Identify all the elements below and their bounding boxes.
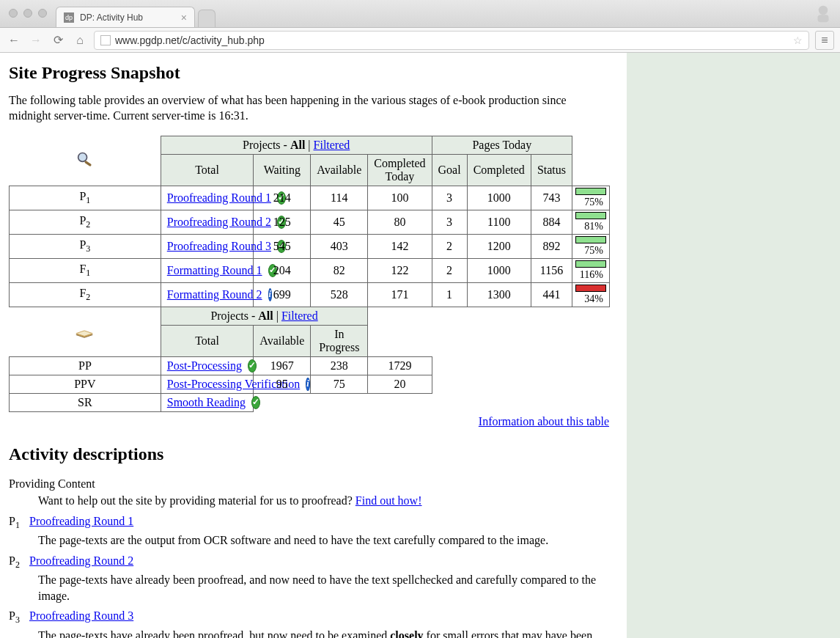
round-link[interactable]: Smooth Reading [167,396,246,409]
providing-content-label: Providing Content [9,476,618,492]
p2-link[interactable]: Proofreading Round 2 [29,554,133,567]
progress-pct: 75% [575,245,606,257]
zoom-window-icon[interactable] [38,9,47,18]
round-label-cell: Formatting Round 1✓ [161,258,254,282]
table-row: F1Formatting Round 1✓2048212221000115611… [10,258,610,282]
window-traffic-lights[interactable] [9,9,47,18]
progress-bar-icon [575,260,606,268]
table-row: P1Proofreading Round 1✓21411410031000743… [10,186,610,210]
cell-status: 81% [572,210,610,234]
round-link[interactable]: Proofreading Round 2 [167,216,271,229]
home-button[interactable]: ⌂ [72,32,88,48]
cell-available: 100 [368,186,432,210]
cell-waiting: 82 [311,258,368,282]
cell-available: 238 [311,356,368,375]
svg-rect-1 [818,15,829,22]
svg-point-0 [819,6,828,15]
col-completed-today: CompletedToday [368,154,432,186]
round-code: PPV [10,375,161,393]
reload-button[interactable]: ⟳ [50,32,66,48]
cell-available: 171 [368,282,432,307]
table-row: P2Proofreading Round 2✓12545803110088481… [10,210,610,234]
browser-tab[interactable]: dp DP: Activity Hub × [56,7,195,27]
cell-completed: 743 [531,186,572,210]
status-info-icon: i [268,288,272,301]
cell-goal: 1100 [467,210,531,234]
providing-content-body: Want to help out the site by providing m… [38,493,610,509]
status-ok-icon: ✓ [251,396,260,409]
book-icon [75,322,95,338]
cell-goal: 1200 [467,234,531,258]
cell-completed-today: 3 [432,210,467,234]
p1-body: The page-texts are the output from OCR s… [38,532,610,549]
svg-rect-3 [84,161,92,167]
info-about-table-link[interactable]: Information about this table [479,415,609,428]
round-link[interactable]: Post-Processing [167,359,242,373]
col-goal: Goal [432,154,467,186]
progress-table: Projects - All | Filtered Pages Today To… [9,136,610,412]
progress-pct: 34% [575,293,606,305]
cell-completed-today: 2 [432,234,467,258]
right-sidebar [627,53,840,638]
tab-close-icon[interactable]: × [181,12,187,23]
table-row: SRSmooth Reading✓ [10,393,610,411]
magnifier-icon [73,150,97,169]
cell-goal: 1000 [467,186,531,210]
status-ok-icon: ✓ [248,359,257,373]
back-button[interactable]: ← [6,32,22,48]
filtered-link[interactable]: Filtered [314,139,350,151]
col-available-2: Available [254,325,311,356]
cell-available: 75 [311,375,368,393]
round-label-cell: Post-Processing✓ [161,356,254,375]
round-label-cell: Proofreading Round 3✓ [161,234,254,258]
round-code: SR [10,393,161,411]
round-link[interactable]: Proofreading Round 3 [167,240,271,253]
progress-bar-icon [575,188,606,195]
cell-inprogress: 1729 [368,356,432,375]
url-text: www.pgdp.net/c/activity_hub.php [115,34,265,46]
col-completed: Completed [467,154,531,186]
browser-tab-strip: dp DP: Activity Hub × [0,0,840,28]
cell-completed-today: 3 [432,186,467,210]
cell-waiting: 403 [311,234,368,258]
round-code: P3 [10,234,161,258]
projects-header: Projects - All | Filtered [161,136,432,154]
intro-text: The following table provides an overview… [9,93,581,124]
cell-completed: 892 [531,234,572,258]
filtered-link-2[interactable]: Filtered [281,309,318,322]
close-window-icon[interactable] [9,9,18,18]
round-link[interactable]: Formatting Round 1 [167,264,262,277]
pages-today-header: Pages Today [432,136,572,154]
minimize-window-icon[interactable] [23,9,32,18]
address-bar[interactable]: www.pgdp.net/c/activity_hub.php ☆ [94,31,809,50]
round-link[interactable]: Proofreading Round 1 [167,191,271,205]
svg-point-2 [78,153,86,161]
tab-title: DP: Activity Hub [80,12,143,23]
round-link[interactable]: Formatting Round 2 [167,288,262,301]
cell-status: 34% [572,282,610,307]
round-label-cell: Proofreading Round 2✓ [161,210,254,234]
p1-link[interactable]: Proofreading Round 1 [29,515,133,527]
find-out-how-link[interactable]: Find out how! [355,494,422,507]
cell-available: 142 [368,234,432,258]
round-code: F1 [10,258,161,282]
browser-menu-button[interactable]: ≡ [815,31,834,50]
cell-inprogress: 20 [368,375,432,393]
round-code: F2 [10,282,161,307]
cell-completed-today: 1 [432,282,467,307]
new-tab-button[interactable] [198,10,215,27]
main-content: Site Progress Snapshot The following tab… [0,53,627,638]
page-title: Site Progress Snapshot [9,63,618,83]
bookmark-star-icon[interactable]: ☆ [793,34,803,46]
cell-completed: 1156 [531,258,572,282]
activity-descriptions: Providing Content Want to help out the s… [9,476,618,638]
round-label-cell: Smooth Reading✓ [161,393,254,411]
table-row: P3Proofreading Round 3✓54540314221200892… [10,234,610,258]
p3-link[interactable]: Proofreading Round 3 [29,609,133,622]
progress-bar-icon [575,212,606,219]
round-label-cell: Proofreading Round 1✓ [161,186,254,210]
cell-completed: 441 [531,282,572,307]
forward-button[interactable]: → [28,32,44,48]
favicon-icon: dp [64,12,74,23]
cell-completed: 884 [531,210,572,234]
